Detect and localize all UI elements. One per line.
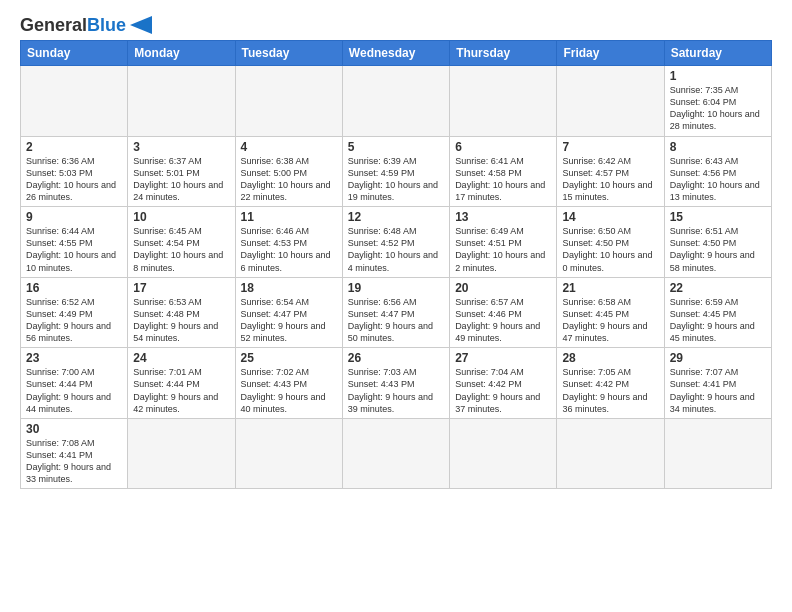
calendar-cell: 28Sunrise: 7:05 AM Sunset: 4:42 PM Dayli… [557,348,664,419]
calendar-cell: 2Sunrise: 6:36 AM Sunset: 5:03 PM Daylig… [21,136,128,207]
day-info: Sunrise: 7:04 AM Sunset: 4:42 PM Dayligh… [455,366,551,415]
day-number: 26 [348,351,444,365]
day-info: Sunrise: 6:59 AM Sunset: 4:45 PM Dayligh… [670,296,766,345]
calendar-cell [342,418,449,489]
day-info: Sunrise: 6:53 AM Sunset: 4:48 PM Dayligh… [133,296,229,345]
day-number: 27 [455,351,551,365]
day-number: 25 [241,351,337,365]
calendar-day-header: Sunday [21,41,128,66]
day-info: Sunrise: 6:49 AM Sunset: 4:51 PM Dayligh… [455,225,551,274]
day-number: 6 [455,140,551,154]
calendar-cell [557,66,664,137]
logo-blue: Blue [87,15,126,35]
day-info: Sunrise: 6:45 AM Sunset: 4:54 PM Dayligh… [133,225,229,274]
calendar-day-header: Saturday [664,41,771,66]
calendar-cell: 29Sunrise: 7:07 AM Sunset: 4:41 PM Dayli… [664,348,771,419]
calendar-cell [235,418,342,489]
calendar-day-header: Thursday [450,41,557,66]
day-info: Sunrise: 7:00 AM Sunset: 4:44 PM Dayligh… [26,366,122,415]
calendar-day-header: Friday [557,41,664,66]
day-info: Sunrise: 6:43 AM Sunset: 4:56 PM Dayligh… [670,155,766,204]
day-info: Sunrise: 6:50 AM Sunset: 4:50 PM Dayligh… [562,225,658,274]
calendar-cell: 9Sunrise: 6:44 AM Sunset: 4:55 PM Daylig… [21,207,128,278]
calendar-cell: 30Sunrise: 7:08 AM Sunset: 4:41 PM Dayli… [21,418,128,489]
day-number: 7 [562,140,658,154]
calendar-cell [235,66,342,137]
calendar-week-row: 9Sunrise: 6:44 AM Sunset: 4:55 PM Daylig… [21,207,772,278]
calendar-cell [664,418,771,489]
calendar-cell: 19Sunrise: 6:56 AM Sunset: 4:47 PM Dayli… [342,277,449,348]
day-info: Sunrise: 6:48 AM Sunset: 4:52 PM Dayligh… [348,225,444,274]
day-info: Sunrise: 6:37 AM Sunset: 5:01 PM Dayligh… [133,155,229,204]
day-info: Sunrise: 7:02 AM Sunset: 4:43 PM Dayligh… [241,366,337,415]
day-number: 4 [241,140,337,154]
calendar-header-row: SundayMondayTuesdayWednesdayThursdayFrid… [21,41,772,66]
day-number: 16 [26,281,122,295]
calendar-cell [342,66,449,137]
calendar-cell: 27Sunrise: 7:04 AM Sunset: 4:42 PM Dayli… [450,348,557,419]
calendar-week-row: 2Sunrise: 6:36 AM Sunset: 5:03 PM Daylig… [21,136,772,207]
day-info: Sunrise: 7:07 AM Sunset: 4:41 PM Dayligh… [670,366,766,415]
calendar-cell: 14Sunrise: 6:50 AM Sunset: 4:50 PM Dayli… [557,207,664,278]
day-info: Sunrise: 6:52 AM Sunset: 4:49 PM Dayligh… [26,296,122,345]
calendar-cell: 10Sunrise: 6:45 AM Sunset: 4:54 PM Dayli… [128,207,235,278]
calendar-cell: 3Sunrise: 6:37 AM Sunset: 5:01 PM Daylig… [128,136,235,207]
logo: GeneralBlue [20,16,152,34]
calendar-cell [128,66,235,137]
day-number: 2 [26,140,122,154]
calendar-cell: 16Sunrise: 6:52 AM Sunset: 4:49 PM Dayli… [21,277,128,348]
calendar-cell: 25Sunrise: 7:02 AM Sunset: 4:43 PM Dayli… [235,348,342,419]
day-info: Sunrise: 6:51 AM Sunset: 4:50 PM Dayligh… [670,225,766,274]
day-info: Sunrise: 6:54 AM Sunset: 4:47 PM Dayligh… [241,296,337,345]
calendar-cell: 5Sunrise: 6:39 AM Sunset: 4:59 PM Daylig… [342,136,449,207]
calendar-day-header: Wednesday [342,41,449,66]
day-info: Sunrise: 6:36 AM Sunset: 5:03 PM Dayligh… [26,155,122,204]
logo-text: GeneralBlue [20,16,126,34]
calendar-cell [128,418,235,489]
day-info: Sunrise: 7:08 AM Sunset: 4:41 PM Dayligh… [26,437,122,486]
day-number: 5 [348,140,444,154]
logo-icon [130,16,152,34]
day-number: 11 [241,210,337,224]
day-number: 10 [133,210,229,224]
calendar-cell: 12Sunrise: 6:48 AM Sunset: 4:52 PM Dayli… [342,207,449,278]
day-info: Sunrise: 7:35 AM Sunset: 6:04 PM Dayligh… [670,84,766,133]
day-number: 1 [670,69,766,83]
day-info: Sunrise: 7:05 AM Sunset: 4:42 PM Dayligh… [562,366,658,415]
calendar-week-row: 30Sunrise: 7:08 AM Sunset: 4:41 PM Dayli… [21,418,772,489]
calendar-cell: 20Sunrise: 6:57 AM Sunset: 4:46 PM Dayli… [450,277,557,348]
day-info: Sunrise: 6:39 AM Sunset: 4:59 PM Dayligh… [348,155,444,204]
calendar-day-header: Tuesday [235,41,342,66]
calendar-cell: 21Sunrise: 6:58 AM Sunset: 4:45 PM Dayli… [557,277,664,348]
calendar-cell: 23Sunrise: 7:00 AM Sunset: 4:44 PM Dayli… [21,348,128,419]
day-number: 19 [348,281,444,295]
calendar-cell: 15Sunrise: 6:51 AM Sunset: 4:50 PM Dayli… [664,207,771,278]
calendar-cell: 7Sunrise: 6:42 AM Sunset: 4:57 PM Daylig… [557,136,664,207]
day-info: Sunrise: 6:42 AM Sunset: 4:57 PM Dayligh… [562,155,658,204]
calendar-week-row: 23Sunrise: 7:00 AM Sunset: 4:44 PM Dayli… [21,348,772,419]
day-info: Sunrise: 6:41 AM Sunset: 4:58 PM Dayligh… [455,155,551,204]
page: GeneralBlue SundayMondayTuesdayWednesday… [0,0,792,612]
day-info: Sunrise: 7:01 AM Sunset: 4:44 PM Dayligh… [133,366,229,415]
day-number: 22 [670,281,766,295]
calendar-cell: 8Sunrise: 6:43 AM Sunset: 4:56 PM Daylig… [664,136,771,207]
day-info: Sunrise: 7:03 AM Sunset: 4:43 PM Dayligh… [348,366,444,415]
day-number: 9 [26,210,122,224]
day-number: 8 [670,140,766,154]
calendar-cell: 22Sunrise: 6:59 AM Sunset: 4:45 PM Dayli… [664,277,771,348]
day-number: 18 [241,281,337,295]
calendar-cell: 26Sunrise: 7:03 AM Sunset: 4:43 PM Dayli… [342,348,449,419]
header: GeneralBlue [20,16,772,34]
calendar-cell: 24Sunrise: 7:01 AM Sunset: 4:44 PM Dayli… [128,348,235,419]
calendar-cell [557,418,664,489]
day-number: 17 [133,281,229,295]
day-number: 13 [455,210,551,224]
day-number: 24 [133,351,229,365]
day-number: 12 [348,210,444,224]
day-number: 29 [670,351,766,365]
day-number: 30 [26,422,122,436]
calendar-cell: 1Sunrise: 7:35 AM Sunset: 6:04 PM Daylig… [664,66,771,137]
day-info: Sunrise: 6:44 AM Sunset: 4:55 PM Dayligh… [26,225,122,274]
day-info: Sunrise: 6:38 AM Sunset: 5:00 PM Dayligh… [241,155,337,204]
day-info: Sunrise: 6:56 AM Sunset: 4:47 PM Dayligh… [348,296,444,345]
